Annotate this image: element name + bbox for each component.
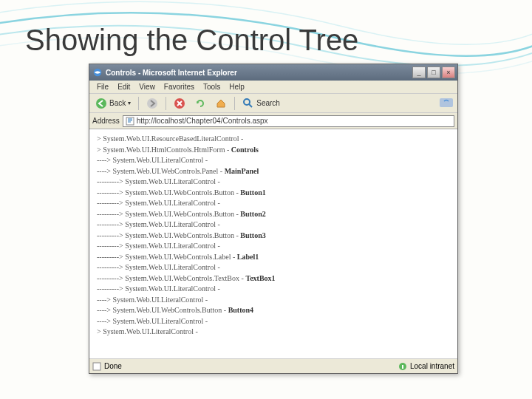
tree-prefix: --------->: [97, 188, 125, 197]
tree-prefix: --------->: [97, 263, 125, 271]
refresh-button[interactable]: [191, 96, 209, 111]
search-label: Search: [256, 99, 280, 107]
status-zone: Local intranet: [410, 362, 454, 370]
tree-type: System.Web.UI.WebControls.Button: [125, 231, 234, 239]
menu-edit[interactable]: Edit: [113, 83, 134, 91]
tree-prefix: --------->: [97, 177, 125, 185]
ie-window: Controls - Microsoft Internet Explorer _…: [89, 64, 458, 374]
toolbar: Back ▾ Search: [89, 94, 457, 113]
menu-view[interactable]: View: [134, 83, 160, 91]
tree-prefix: --------->: [97, 231, 125, 239]
titlebar: Controls - Microsoft Internet Explorer _…: [89, 64, 457, 81]
tree-prefix: --------->: [97, 220, 125, 228]
tree-line: > System.Web.UI.HtmlControls.HtmlForm - …: [97, 145, 450, 156]
tree-prefix: --------->: [97, 284, 125, 293]
tree-line: ---------> System.Web.UI.WebControls.But…: [97, 231, 450, 242]
tree-line: ---------> System.Web.UI.LiteralControl …: [97, 177, 450, 188]
tree-type: System.Web.UI.LiteralControl: [125, 242, 216, 250]
tree-prefix: ---->: [97, 156, 112, 164]
menu-file[interactable]: File: [92, 83, 113, 91]
home-button[interactable]: [212, 96, 230, 111]
tree-line: ---------> System.Web.UI.LiteralControl …: [97, 284, 450, 295]
tree-line: ---------> System.Web.UI.WebControls.But…: [97, 209, 450, 220]
tree-prefix: ---->: [97, 317, 112, 325]
ie-logo: [438, 95, 454, 112]
tree-prefix: ---->: [97, 306, 112, 314]
back-label: Back: [109, 99, 126, 107]
tree-line: > System.Web.UI.LiteralControl -: [97, 327, 450, 338]
tree-type: System.Web.UI.WebControls.Panel: [112, 167, 218, 175]
svg-point-1: [96, 98, 106, 109]
menu-help[interactable]: Help: [225, 83, 249, 91]
tree-type: System.Web.UI.LiteralControl: [112, 156, 203, 164]
tree-line: ----> System.Web.UI.LiteralControl -: [97, 316, 450, 327]
separator: [166, 97, 166, 110]
refresh-icon: [194, 98, 206, 109]
tree-prefix: >: [97, 134, 103, 143]
tree-type: System.Web.UI.ResourceBasedLiteralContro…: [103, 134, 239, 143]
tree-line: ----> System.Web.UI.LiteralControl -: [97, 295, 450, 306]
tree-prefix: --------->: [97, 274, 125, 282]
svg-rect-8: [93, 363, 100, 370]
tree-type: System.Web.UI.LiteralControl: [103, 327, 194, 335]
tree-line: ---------> System.Web.UI.WebControls.But…: [97, 188, 450, 199]
tree-type: System.Web.UI.WebControls.Button: [125, 210, 234, 218]
tree-prefix: --------->: [97, 242, 125, 250]
search-icon: [242, 98, 254, 109]
address-label: Address: [92, 117, 120, 125]
stop-button[interactable]: [171, 96, 188, 111]
tree-line: ---------> System.Web.UI.LiteralControl …: [97, 198, 450, 209]
separator: [234, 97, 235, 110]
zone-icon: [398, 362, 407, 371]
stop-icon: [174, 98, 185, 109]
page-content: > System.Web.UI.ResourceBasedLiteralCont…: [89, 129, 457, 358]
dropdown-icon: ▾: [128, 100, 131, 106]
tree-type: System.Web.UI.LiteralControl: [125, 220, 216, 228]
tree-line: ---------> System.Web.UI.WebControls.Tex…: [97, 273, 450, 284]
search-button[interactable]: Search: [239, 96, 283, 111]
tree-type: System.Web.UI.WebControls.Label: [125, 253, 231, 261]
forward-button[interactable]: [143, 96, 161, 111]
tree-prefix: >: [97, 327, 103, 335]
tree-line: ----> System.Web.UI.LiteralControl -: [97, 155, 450, 166]
tree-line: ---------> System.Web.UI.LiteralControl …: [97, 262, 450, 273]
tree-line: ---------> System.Web.UI.LiteralControl …: [97, 241, 450, 252]
svg-point-2: [147, 98, 157, 109]
tree-prefix: --------->: [97, 199, 125, 207]
minimize-button[interactable]: _: [412, 66, 426, 78]
status-done: Done: [104, 362, 122, 370]
tree-prefix: ---->: [97, 296, 112, 304]
menu-favorites[interactable]: Favorites: [160, 83, 199, 91]
tree-type: System.Web.UI.LiteralControl: [125, 284, 216, 293]
addressbar: Address http://localhost/Chapter04/Contr…: [89, 113, 457, 129]
svg-point-4: [244, 99, 250, 105]
tree-line: ----> System.Web.UI.WebControls.Button -…: [97, 305, 450, 316]
address-input[interactable]: http://localhost/Chapter04/Controls.aspx: [123, 115, 454, 127]
menu-tools[interactable]: Tools: [199, 83, 225, 91]
tree-prefix: >: [97, 146, 103, 154]
forward-icon: [146, 98, 158, 109]
close-button[interactable]: ×: [442, 66, 455, 78]
tree-type: System.Web.UI.LiteralControl: [112, 296, 203, 304]
tree-type: System.Web.UI.LiteralControl: [125, 177, 216, 185]
tree-prefix: --------->: [97, 210, 125, 218]
tree-type: System.Web.UI.LiteralControl: [125, 199, 216, 207]
tree-type: System.Web.UI.LiteralControl: [112, 317, 203, 325]
tree-type: System.Web.UI.WebControls.TextBox: [125, 274, 239, 282]
done-icon: [92, 362, 101, 371]
slide-title: Showing the Control Tree: [25, 24, 358, 57]
tree-type: System.Web.UI.WebControls.Button: [125, 188, 234, 197]
tree-line: > System.Web.UI.ResourceBasedLiteralCont…: [97, 134, 450, 145]
tree-line: ----> System.Web.UI.WebControls.Panel - …: [97, 166, 450, 177]
window-title: Controls - Microsoft Internet Explorer: [106, 69, 412, 77]
menubar: File Edit View Favorites Tools Help: [89, 81, 457, 94]
ie-icon: [92, 67, 103, 78]
svg-rect-10: [402, 365, 403, 369]
tree-line: ---------> System.Web.UI.WebControls.Lab…: [97, 252, 450, 263]
tree-type: System.Web.UI.LiteralControl: [125, 263, 216, 271]
back-icon: [95, 98, 107, 109]
maximize-button[interactable]: □: [427, 66, 440, 78]
address-url: http://localhost/Chapter04/Controls.aspx: [137, 117, 268, 125]
back-button[interactable]: Back ▾: [92, 96, 134, 111]
tree-prefix: ---->: [97, 167, 112, 175]
